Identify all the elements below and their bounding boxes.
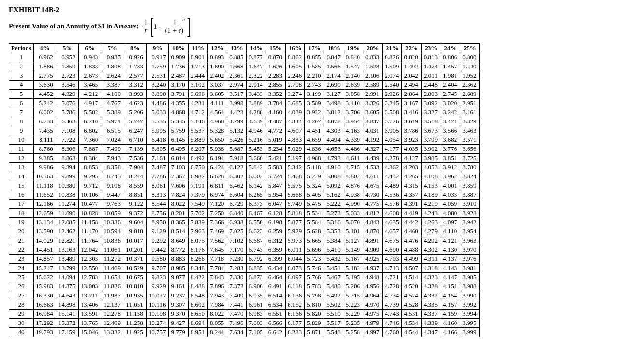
left-bracket-icon: [ bbox=[150, 18, 153, 36]
value-cell: 6.194 bbox=[207, 153, 227, 162]
rate-header: 5% bbox=[56, 43, 79, 53]
value-cell: 2.074 bbox=[383, 71, 402, 80]
value-cell: 4.460 bbox=[402, 227, 421, 236]
value-cell: 4.739 bbox=[383, 300, 402, 309]
value-cell: 9.929 bbox=[146, 282, 169, 291]
value-cell: 8.384 bbox=[79, 153, 101, 162]
rate-header: 21% bbox=[383, 43, 402, 53]
den-exp: n bbox=[182, 17, 185, 22]
value-cell: 3.910 bbox=[460, 199, 480, 208]
value-cell: 14.375 bbox=[56, 282, 79, 291]
value-cell: 8.951 bbox=[188, 327, 207, 337]
value-cell: 4.111 bbox=[207, 98, 227, 108]
value-cell: 11.158 bbox=[79, 217, 101, 227]
value-cell: 15.046 bbox=[79, 327, 101, 337]
value-cell: 6.145 bbox=[169, 135, 188, 144]
value-cell: 5.759 bbox=[169, 126, 188, 135]
value-cell: 13.406 bbox=[79, 300, 101, 309]
value-cell: 5.242 bbox=[33, 98, 56, 108]
value-cell: 9.763 bbox=[101, 199, 124, 208]
value-cell: 11.925 bbox=[124, 327, 146, 337]
value-cell: 3.605 bbox=[207, 89, 227, 98]
rate-header: 13% bbox=[227, 43, 247, 53]
value-cell: 7.963 bbox=[188, 227, 207, 236]
value-cell: 3.963 bbox=[460, 236, 480, 245]
value-cell: 11.274 bbox=[56, 199, 79, 208]
value-cell: 8.544 bbox=[146, 199, 169, 208]
value-cell: 1.605 bbox=[285, 62, 304, 71]
value-cell: 2.540 bbox=[383, 80, 402, 89]
table-row: 1712.16611.27410.4779.7639.1228.5448.022… bbox=[9, 199, 480, 208]
value-cell: 8.266 bbox=[188, 254, 207, 263]
value-cell: 5.747 bbox=[124, 117, 146, 126]
value-cell: 4.659 bbox=[305, 135, 324, 144]
value-cell: 6.136 bbox=[285, 291, 304, 300]
value-cell: 6.142 bbox=[247, 181, 266, 190]
value-cell: 5.467 bbox=[324, 272, 344, 282]
value-cell: 12.409 bbox=[101, 318, 124, 327]
value-cell: 4.329 bbox=[56, 89, 79, 98]
value-cell: 3.981 bbox=[460, 263, 480, 272]
table-row: 10.9620.9520.9430.9350.9260.9170.9090.90… bbox=[9, 53, 480, 62]
period-cell: 22 bbox=[9, 245, 34, 254]
value-cell: 11.469 bbox=[101, 263, 124, 272]
value-cell: 9.370 bbox=[169, 309, 188, 318]
value-cell: 5.070 bbox=[344, 217, 363, 227]
value-cell: 5.492 bbox=[324, 291, 344, 300]
value-cell: 12.278 bbox=[101, 309, 124, 318]
value-cell: 6.152 bbox=[285, 300, 304, 309]
value-cell: 12.659 bbox=[33, 208, 56, 217]
annuity-formula: 1 r [ 1 - 1 (1 + r) n ] bbox=[141, 18, 191, 36]
value-cell: 3.421 bbox=[441, 117, 460, 126]
value-cell: 0.901 bbox=[188, 53, 207, 62]
value-cell: 0.926 bbox=[124, 53, 146, 62]
value-cell: 5.273 bbox=[324, 208, 344, 217]
value-cell: 2.803 bbox=[421, 89, 441, 98]
table-row: 2515.62214.09412.78311.65410.6759.8239.0… bbox=[9, 272, 480, 282]
value-cell: 5.749 bbox=[285, 199, 304, 208]
rate-header: 18% bbox=[324, 43, 344, 53]
value-cell: 11.987 bbox=[101, 291, 124, 300]
value-cell: 4.488 bbox=[402, 245, 421, 254]
value-cell: 5.195 bbox=[344, 272, 363, 282]
value-cell: 5.687 bbox=[227, 144, 247, 153]
value-cell: 5.746 bbox=[305, 263, 324, 272]
value-cell: 2.689 bbox=[460, 89, 480, 98]
value-cell: 6.002 bbox=[247, 172, 266, 181]
value-cell: 7.330 bbox=[227, 272, 247, 282]
value-cell: 3.970 bbox=[460, 245, 480, 254]
value-cell: 5.033 bbox=[344, 208, 363, 217]
value-cell: 4.080 bbox=[441, 208, 460, 217]
value-cell: 5.229 bbox=[344, 309, 363, 318]
value-cell: 1.833 bbox=[79, 62, 101, 71]
value-cell: 5.537 bbox=[188, 126, 207, 135]
value-cell: 8.649 bbox=[169, 236, 188, 245]
value-cell: 3.242 bbox=[441, 108, 460, 117]
value-cell: 4.476 bbox=[402, 236, 421, 245]
value-cell: 5.575 bbox=[285, 181, 304, 190]
period-cell: 14 bbox=[9, 172, 34, 181]
value-cell: 4.775 bbox=[363, 199, 382, 208]
period-cell: 25 bbox=[9, 272, 34, 282]
value-cell: 9.823 bbox=[146, 272, 169, 282]
value-cell: 8.201 bbox=[169, 208, 188, 217]
value-cell: 4.151 bbox=[441, 282, 460, 291]
value-cell: 3.912 bbox=[441, 162, 460, 172]
period-cell: 5 bbox=[9, 89, 34, 98]
value-cell: 3.517 bbox=[227, 89, 247, 98]
value-cell: 5.421 bbox=[266, 153, 285, 162]
period-cell: 20 bbox=[9, 227, 34, 236]
value-cell: 6.492 bbox=[188, 153, 207, 162]
value-cell: 8.176 bbox=[188, 245, 207, 254]
value-cell: 4.110 bbox=[441, 227, 460, 236]
value-cell: 4.997 bbox=[363, 327, 382, 337]
value-cell: 7.024 bbox=[101, 135, 124, 144]
value-cell: 4.990 bbox=[344, 199, 363, 208]
value-cell: 2.951 bbox=[460, 98, 480, 108]
value-cell: 4.793 bbox=[324, 153, 344, 162]
value-cell: 7.984 bbox=[207, 300, 227, 309]
value-cell: 3.416 bbox=[402, 108, 421, 117]
value-cell: 4.335 bbox=[421, 300, 441, 309]
value-cell: 0.806 bbox=[441, 53, 460, 62]
value-cell: 5.033 bbox=[146, 108, 169, 117]
